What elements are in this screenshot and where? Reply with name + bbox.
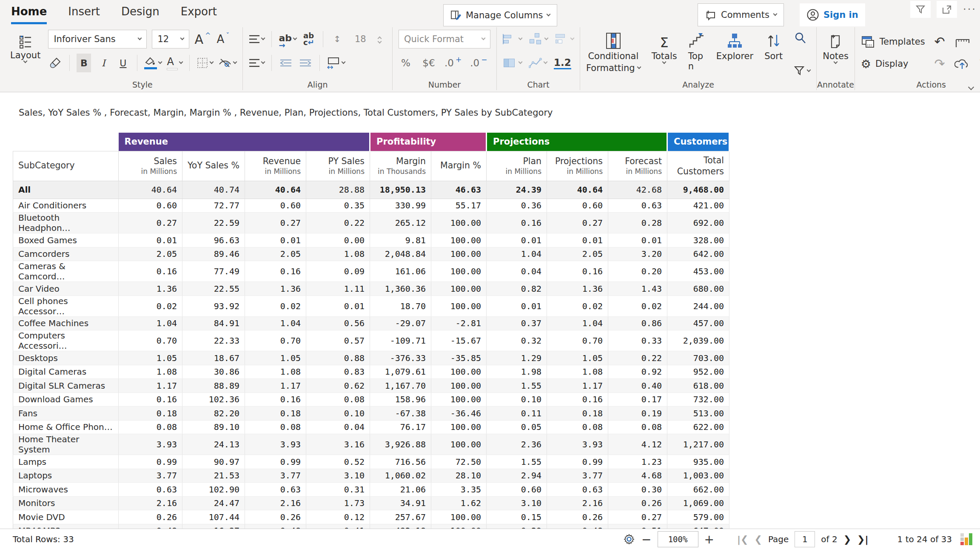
indent-increase-button[interactable]	[298, 54, 313, 72]
cell[interactable]: 72.77	[182, 199, 245, 213]
cell[interactable]: 2.05	[245, 247, 306, 261]
column-header-total[interactable]: TotalCustomers	[667, 151, 729, 181]
cell[interactable]: 82.20	[182, 407, 245, 421]
cell[interactable]: 28.10	[431, 469, 487, 483]
cell[interactable]: 93.92	[182, 296, 245, 316]
cell[interactable]: 1.55	[487, 379, 547, 393]
row-label[interactable]: Lamps	[13, 455, 119, 469]
more-options-icon[interactable]: ···	[963, 3, 977, 15]
cell[interactable]: 0.12	[306, 510, 370, 524]
redo-button[interactable]: ↷	[934, 57, 945, 70]
row-label[interactable]: Cell phones Accessor…	[13, 296, 119, 316]
cell[interactable]: 1,217.00	[667, 434, 729, 455]
top-n-button[interactable]: Top n	[688, 31, 705, 77]
increase-decimal-button[interactable]: .0+	[444, 54, 462, 72]
cell[interactable]: 692.00	[667, 213, 729, 233]
column-width-button[interactable]: ↔	[327, 54, 345, 72]
row-label[interactable]: Fans	[13, 407, 119, 421]
bold-button[interactable]: B	[77, 54, 91, 72]
cell[interactable]: 0.60	[547, 199, 608, 213]
row-height-stepper[interactable]: 18	[350, 30, 386, 48]
cell[interactable]: 0.83	[306, 365, 370, 379]
cell[interactable]: -2.81	[431, 316, 487, 330]
cell[interactable]: 1.05	[119, 351, 182, 365]
italic-button[interactable]: I	[96, 54, 111, 72]
column-header-forecast[interactable]: Forecastin Millions	[608, 151, 667, 181]
number-format-button[interactable]: 1.2	[554, 54, 571, 72]
cell[interactable]: 0.28	[608, 213, 667, 233]
cell[interactable]: 330.99	[370, 199, 431, 213]
cell[interactable]: 642.00	[667, 247, 729, 261]
cell[interactable]: 158.96	[370, 393, 431, 407]
cell[interactable]: 0.18	[547, 407, 608, 421]
cell[interactable]: 2.16	[547, 496, 608, 510]
cell[interactable]: 0.16	[245, 261, 306, 282]
cell[interactable]: 40.64	[245, 181, 306, 199]
cell[interactable]: 2.16	[245, 496, 306, 510]
cell[interactable]: 0.08	[547, 420, 608, 434]
row-label[interactable]: Digital SLR Cameras	[13, 379, 119, 393]
row-label[interactable]: Car Video	[13, 282, 119, 296]
indent-decrease-button[interactable]	[279, 54, 293, 72]
cell[interactable]: 3.20	[608, 247, 667, 261]
cell[interactable]: 0.60	[245, 199, 306, 213]
cell[interactable]: 1.98	[487, 365, 547, 379]
display-button[interactable]: ⚙ Display	[861, 58, 925, 70]
cell[interactable]: 3.77	[119, 469, 182, 483]
cell[interactable]: 100.00	[431, 213, 487, 233]
comments-button[interactable]: Comments	[698, 3, 784, 26]
cell[interactable]: 3.93	[547, 434, 608, 455]
cell[interactable]: 90.97	[182, 455, 245, 469]
cell[interactable]: 0.16	[245, 393, 306, 407]
cell[interactable]: 55.17	[431, 199, 487, 213]
table-view-button[interactable]	[503, 54, 522, 72]
cell[interactable]: 24.47	[182, 496, 245, 510]
cell[interactable]: 1.36	[547, 282, 608, 296]
cell[interactable]: 0.22	[306, 213, 370, 233]
cell[interactable]: 0.11	[487, 407, 547, 421]
cell[interactable]: 703.00	[667, 351, 729, 365]
cell[interactable]: 161.06	[370, 261, 431, 282]
cell[interactable]: 622.00	[667, 420, 729, 434]
totals-button[interactable]: Σ Totals	[652, 31, 677, 77]
cell[interactable]: 3.16	[306, 434, 370, 455]
cell[interactable]: 18.67	[182, 351, 245, 365]
cell[interactable]: 457.00	[667, 316, 729, 330]
cell[interactable]: 244.00	[667, 296, 729, 316]
cell[interactable]: 1,360.36	[370, 282, 431, 296]
row-label[interactable]: Cameras & Camcord…	[13, 261, 119, 282]
publish-button[interactable]	[954, 58, 970, 70]
cell[interactable]: 1,167.70	[370, 379, 431, 393]
cell[interactable]: 265.12	[370, 213, 431, 233]
sign-in-button[interactable]: Sign in	[800, 3, 865, 26]
stacked-chart-button[interactable]	[555, 30, 574, 48]
cell[interactable]: 3,926.88	[370, 434, 431, 455]
footer-gear-icon[interactable]	[623, 533, 635, 546]
cell[interactable]: 0.16	[119, 393, 182, 407]
cell[interactable]: 1,079.61	[370, 365, 431, 379]
font-family-select[interactable]: Inforiver Sans	[48, 30, 147, 48]
cell[interactable]: 0.52	[306, 455, 370, 469]
cell[interactable]: 3.10	[306, 469, 370, 483]
cell[interactable]: 935.00	[667, 455, 729, 469]
row-label[interactable]: Air Conditioners	[13, 199, 119, 213]
cell[interactable]: 0.27	[245, 213, 306, 233]
sparkline-button[interactable]	[529, 54, 547, 72]
tab-home[interactable]: Home	[11, 5, 47, 24]
decrease-decimal-button[interactable]: .0−	[470, 54, 487, 72]
cell[interactable]: 1.73	[306, 496, 370, 510]
cell[interactable]: 1,060.02	[370, 469, 431, 483]
cell[interactable]: 421.00	[667, 199, 729, 213]
cell[interactable]: 0.88	[306, 351, 370, 365]
layout-button[interactable]: Layout	[10, 30, 40, 63]
cell[interactable]: 0.63	[547, 483, 608, 497]
cell[interactable]: 21.06	[370, 483, 431, 497]
cell[interactable]: 1.08	[306, 247, 370, 261]
cell[interactable]: 84.91	[182, 316, 245, 330]
group-header-customers[interactable]: Customers	[667, 133, 729, 151]
column-header-projections[interactable]: Projectionsin Millions	[547, 151, 608, 181]
cell[interactable]: 18,950.13	[370, 181, 431, 199]
fill-color-button[interactable]	[144, 54, 162, 72]
column-header-yoy-sales-[interactable]: YoY Sales %	[182, 151, 245, 181]
cell[interactable]: 1.17	[119, 379, 182, 393]
